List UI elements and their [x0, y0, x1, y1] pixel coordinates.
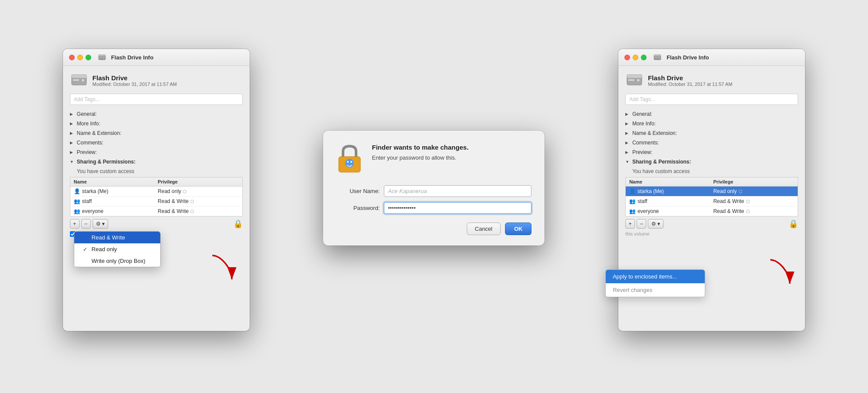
privilege-dropdown-arrow-3[interactable]: ⬡ — [190, 209, 194, 214]
cell-user-1: 👤starka (Me) — [70, 187, 154, 196]
add-button-2[interactable]: + — [625, 219, 635, 229]
remove-button-2[interactable]: − — [637, 219, 646, 229]
minimize-button-2[interactable] — [633, 55, 638, 60]
table-row[interactable]: 👤starka (Me) Read only ⬡ — [626, 187, 798, 196]
sharing-access-label-1: You have custom access — [77, 168, 243, 174]
col-name-1: Name — [70, 177, 154, 187]
table-row[interactable]: 👥everyone Read & Write ⬡ — [626, 206, 798, 216]
section-general-1[interactable]: ▶ General: — [70, 109, 243, 119]
privilege-value-2: Read & Write — [158, 198, 188, 204]
person-icon-2: 👤 — [629, 188, 636, 194]
tags-input-2[interactable]: Add Tags... — [625, 94, 798, 105]
ok-button[interactable]: OK — [505, 223, 532, 235]
window-content-1: Flash Drive Modified: October 31, 2017 a… — [63, 66, 250, 331]
context-apply-enclosed[interactable]: Apply to enclosed items... — [606, 270, 705, 283]
section-comments-1[interactable]: ▶ Comments: — [70, 138, 243, 147]
hdd-icon-2 — [653, 53, 661, 61]
sharing-section-1: You have custom access Name Privilege 👤s… — [70, 168, 243, 237]
arrow-comments-1: ▶ — [70, 141, 75, 145]
cell-privilege-w2-2[interactable]: Read & Write ⬡ — [710, 196, 798, 206]
col-name-2: Name — [626, 177, 710, 187]
section-preview-1[interactable]: ▶ Preview: — [70, 147, 243, 157]
arrow-moreinfo-1: ▶ — [70, 121, 75, 126]
lock-icon-1[interactable]: 🔒 — [233, 219, 243, 229]
section-sharing-1[interactable]: ▼ Sharing & Permissions: — [70, 157, 243, 167]
cell-user-w2-1: 👤starka (Me) — [626, 187, 710, 196]
svg-rect-21 — [628, 79, 634, 81]
table-row[interactable]: 👥everyone Read & Write ⬡ — [70, 206, 242, 216]
arrow-sharing-2: ▼ — [625, 160, 630, 164]
drive-icon-2 — [625, 71, 644, 89]
password-input[interactable] — [384, 202, 531, 214]
minimize-button-1[interactable] — [77, 55, 83, 60]
check-readonly: ✓ — [83, 246, 89, 252]
cell-privilege-w2-3[interactable]: Read & Write ⬡ — [710, 206, 798, 216]
dropdown-item-readwrite[interactable]: Read & Write — [74, 232, 160, 243]
cell-privilege-2[interactable]: Read & Write ⬡ — [154, 196, 242, 206]
section-preview-2[interactable]: ▶ Preview: — [625, 147, 798, 157]
section-label-comments-1: Comments: — [77, 140, 103, 146]
privilege-value-1: Read only — [158, 188, 181, 194]
cell-privilege-1[interactable]: Read only ⬡ — [154, 187, 242, 196]
arrow-nameext-2: ▶ — [625, 131, 630, 135]
ignore-ownership-2[interactable]: this volume — [625, 231, 798, 236]
close-button-1[interactable] — [69, 55, 75, 60]
dropdown-item-readonly[interactable]: ✓ Read only — [74, 243, 160, 255]
tags-input-1[interactable]: Add Tags... — [70, 94, 243, 105]
svg-point-12 — [350, 161, 352, 163]
red-arrow-2 — [762, 255, 796, 292]
remove-button-1[interactable]: − — [81, 219, 91, 229]
section-label-general-1: General: — [77, 111, 97, 117]
privilege-dropdown-arrow-2[interactable]: ⬡ — [190, 199, 194, 204]
cell-privilege-w2-1[interactable]: Read only ⬡ — [710, 187, 798, 196]
privilege-dropdown-arrow-w2-1[interactable]: ⬡ — [739, 189, 743, 194]
cell-privilege-3[interactable]: Read & Write ⬡ — [154, 206, 242, 216]
maximize-button-1[interactable] — [86, 55, 91, 60]
privilege-value-3: Read & Write — [158, 208, 188, 214]
section-moreinfo-1[interactable]: ▶ More Info: — [70, 119, 243, 128]
arrow-comments-2: ▶ — [625, 141, 630, 145]
section-comments-2[interactable]: ▶ Comments: — [625, 138, 798, 147]
window-2: Flash Drive Info Flash Drive Modified: O… — [618, 49, 805, 331]
table-row[interactable]: 👥staff Read & Write ⬡ — [70, 196, 242, 206]
close-button-2[interactable] — [624, 55, 630, 60]
privilege-dropdown-arrow-w2-2[interactable]: ⬡ — [746, 199, 750, 204]
permissions-table-1: Name Privilege 👤starka (Me) Read only ⬡ — [70, 177, 243, 216]
traffic-lights-1 — [69, 55, 91, 60]
svg-rect-19 — [627, 75, 642, 78]
section-label-nameext-1: Name & Extension: — [77, 130, 122, 136]
username-row: User Name: — [336, 185, 531, 197]
svg-rect-17 — [655, 57, 657, 58]
dropdown-item-writedrop[interactable]: Write only (Drop Box) — [74, 255, 160, 267]
section-nameext-2[interactable]: ▶ Name & Extension: — [625, 128, 798, 138]
table-row[interactable]: 👤starka (Me) Read only ⬡ — [70, 187, 242, 196]
gear-button-2[interactable]: ⚙ ▾ — [648, 219, 663, 229]
svg-rect-3 — [99, 57, 102, 58]
red-arrow-1 — [204, 251, 238, 288]
section-nameext-1[interactable]: ▶ Name & Extension: — [70, 128, 243, 138]
svg-rect-15 — [654, 55, 661, 56]
gear-button-1[interactable]: ⚙ ▾ — [92, 219, 108, 229]
cancel-button[interactable]: Cancel — [467, 223, 501, 235]
svg-rect-1 — [99, 55, 106, 56]
table-row[interactable]: 👥staff Read & Write ⬡ — [626, 196, 798, 206]
section-general-2[interactable]: ▶ General: — [625, 109, 798, 119]
section-label-preview-1: Preview: — [77, 149, 97, 155]
arrow-sharing-1: ▼ — [70, 160, 75, 164]
dropdown-label-writedrop: Write only (Drop Box) — [92, 258, 145, 264]
section-sharing-2[interactable]: ▼ Sharing & Permissions: — [625, 157, 798, 167]
auth-header: Finder wants to make changes. Enter your… — [336, 144, 531, 175]
auth-buttons: Cancel OK — [336, 223, 531, 235]
svg-point-16 — [659, 57, 660, 59]
username-input[interactable] — [384, 185, 531, 197]
lock-icon-2[interactable]: 🔒 — [789, 219, 798, 229]
section-moreinfo-2[interactable]: ▶ More Info: — [625, 119, 798, 128]
section-label-general-2: General: — [632, 111, 652, 117]
privilege-dropdown-arrow-1[interactable]: ⬡ — [183, 189, 187, 194]
arrow-nameext-1: ▶ — [70, 131, 75, 135]
add-button-1[interactable]: + — [70, 219, 79, 229]
privilege-dropdown-arrow-w2-3[interactable]: ⬡ — [746, 209, 750, 214]
context-revert-changes[interactable]: Revert changes — [606, 283, 705, 297]
maximize-button-2[interactable] — [641, 55, 647, 60]
traffic-lights-2 — [624, 55, 647, 60]
